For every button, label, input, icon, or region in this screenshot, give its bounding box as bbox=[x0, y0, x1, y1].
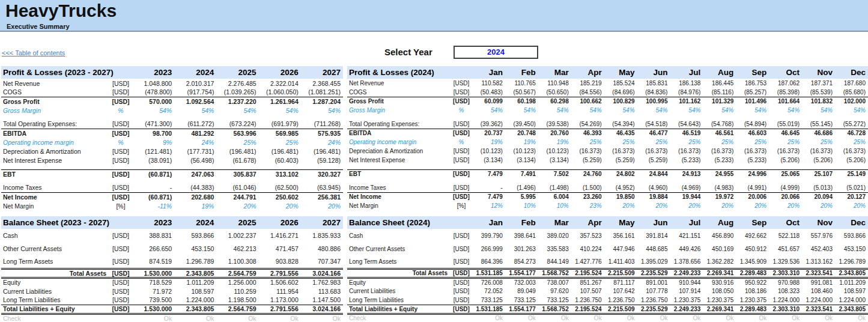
cell-value: 107.642 bbox=[604, 287, 637, 296]
cell-value: 2.195.524 bbox=[571, 269, 604, 278]
row-unit: [USD] bbox=[451, 255, 472, 269]
row-label: Cash bbox=[1, 229, 109, 242]
cell-value: 24.996 bbox=[736, 169, 769, 178]
cell-value: 46.435 bbox=[604, 129, 637, 138]
cell-value: (85.680) bbox=[835, 88, 868, 97]
row-unit: [USD] bbox=[109, 79, 132, 88]
cell-value: 54% bbox=[802, 106, 835, 115]
row-unit: [USD] bbox=[451, 287, 472, 296]
row-label: Current Liabilities bbox=[347, 287, 451, 296]
cell-value: 1.100.308 bbox=[216, 255, 258, 269]
cell-value: 726.008 bbox=[472, 278, 505, 287]
cell-value: 570.000 bbox=[132, 97, 174, 106]
cell-value: Ok bbox=[637, 314, 670, 322]
table-header-row: Profit & Losses (2023 - 2027)20232024202… bbox=[1, 66, 343, 79]
table-row: Current Liabilities[USD]72.05289.04997.6… bbox=[347, 287, 868, 296]
row-unit bbox=[451, 314, 472, 322]
column-header: 2027 bbox=[301, 66, 343, 79]
cell-value: 950.922 bbox=[736, 278, 769, 287]
table-row: Gross Profit[USD]60.09960.19860.298100.6… bbox=[347, 97, 868, 106]
cell-value: 2.235.529 bbox=[637, 305, 670, 314]
cell-value: 108.186 bbox=[736, 287, 769, 296]
cell-value: 60.198 bbox=[505, 97, 538, 106]
cell-value: 449.426 bbox=[670, 242, 703, 255]
table-row: CheckOkOkOkOkOkOkOkOkOkOkOkOk bbox=[347, 314, 868, 322]
cell-value: 2.343.805 bbox=[174, 269, 216, 278]
row-label: Long Term Liabilities bbox=[1, 296, 109, 305]
cell-value: 54% bbox=[670, 106, 703, 115]
cell-value: Ok bbox=[703, 314, 736, 322]
cell-value: 456.890 bbox=[703, 229, 736, 242]
cell-value: 450.912 bbox=[736, 242, 769, 255]
column-header: Mar bbox=[538, 66, 571, 79]
table-row: Total Liabilities + Equity[USD]1.531.185… bbox=[347, 305, 868, 314]
table-of-contents-link[interactable]: <<< Table of contents bbox=[2, 49, 65, 56]
cell-value: 101.832 bbox=[802, 97, 835, 106]
cell-value: 388.831 bbox=[132, 229, 174, 242]
row-unit: [USD] bbox=[451, 79, 472, 88]
cell-value: (5.206) bbox=[769, 156, 802, 165]
spacer-row bbox=[1, 115, 343, 120]
cell-value: (5.259) bbox=[604, 156, 637, 165]
cell-value: 107.778 bbox=[637, 287, 670, 296]
row-label: Net Interest Expense bbox=[1, 156, 109, 165]
cell-value: (1.498) bbox=[538, 183, 571, 192]
cell-value: Ok bbox=[259, 314, 301, 322]
table-row: Total Operating Expenses:[USD](471.300)(… bbox=[1, 120, 343, 129]
cell-value: 739.500 bbox=[132, 296, 174, 305]
row-label: COGS bbox=[347, 88, 451, 97]
cell-value: (54.894) bbox=[736, 120, 769, 129]
cell-value: (84.696) bbox=[604, 88, 637, 97]
column-header: Oct bbox=[769, 66, 802, 79]
cell-value: 1.296.789 bbox=[835, 255, 868, 269]
row-label: Equity bbox=[1, 278, 109, 287]
row-unit: [USD] bbox=[109, 242, 132, 255]
cell-value: 46.603 bbox=[736, 129, 769, 138]
row-label: Total Operating Expenses: bbox=[1, 120, 109, 129]
cell-value: 2.215.509 bbox=[604, 269, 637, 278]
cell-value: 110.582 bbox=[472, 79, 505, 88]
cell-value: 2.276.485 bbox=[216, 79, 258, 88]
cell-value: 563.996 bbox=[216, 129, 258, 138]
cell-value: 891.001 bbox=[637, 278, 670, 287]
cell-value: 20% bbox=[835, 201, 868, 210]
cell-value: 2.343.805 bbox=[835, 269, 868, 278]
financial-table: Profit & Losses (2024)JanFebMarAprMayJun… bbox=[347, 66, 868, 210]
column-header: 2023 bbox=[132, 216, 174, 229]
cell-value: 20% bbox=[670, 201, 703, 210]
cell-value: (5.259) bbox=[637, 156, 670, 165]
cell-value: 54% bbox=[259, 106, 301, 115]
cell-value: 20% bbox=[802, 201, 835, 210]
row-unit: [USD] bbox=[109, 255, 132, 269]
row-unit: [USD] bbox=[109, 183, 132, 192]
cell-value: 25% bbox=[216, 138, 258, 147]
cell-value: (5.021) bbox=[835, 183, 868, 192]
cell-value: (38.091) bbox=[132, 156, 174, 165]
cell-value: Ok bbox=[301, 314, 343, 322]
cell-value: 113.683 bbox=[301, 287, 343, 296]
cell-value: 25% bbox=[604, 138, 637, 147]
column-header: Feb bbox=[505, 66, 538, 79]
spacer-cell bbox=[1, 178, 343, 183]
cell-value: (4.969) bbox=[670, 183, 703, 192]
table-title: Balance Sheet (2023 - 2027) bbox=[1, 216, 132, 229]
row-unit: [USD] bbox=[109, 97, 132, 106]
cell-value: 844.149 bbox=[538, 255, 571, 269]
column-header: May bbox=[604, 66, 637, 79]
cell-value: 23.260 bbox=[571, 192, 604, 201]
column-header: 2024 bbox=[174, 216, 216, 229]
cell-value: 320.327 bbox=[301, 169, 343, 178]
cell-value: (16.373) bbox=[637, 147, 670, 156]
cell-value: 25% bbox=[802, 138, 835, 147]
cell-value: (16.373) bbox=[670, 147, 703, 156]
table-row: Gross Margin%54%54%54%54%54% bbox=[1, 106, 343, 115]
cell-value: 1.092.564 bbox=[174, 97, 216, 106]
row-unit: % bbox=[109, 106, 132, 115]
table-row: COGS[USD](478.800)(917.754)(1.039.265)(1… bbox=[1, 88, 343, 97]
cell-value: 244.791 bbox=[216, 192, 258, 201]
cell-value: (50.650) bbox=[538, 88, 571, 97]
row-unit: [USD] bbox=[451, 129, 472, 138]
cell-value: 1.554.177 bbox=[505, 305, 538, 314]
cell-value: 186.753 bbox=[736, 79, 769, 88]
select-year-box[interactable]: 2024 bbox=[454, 46, 538, 59]
